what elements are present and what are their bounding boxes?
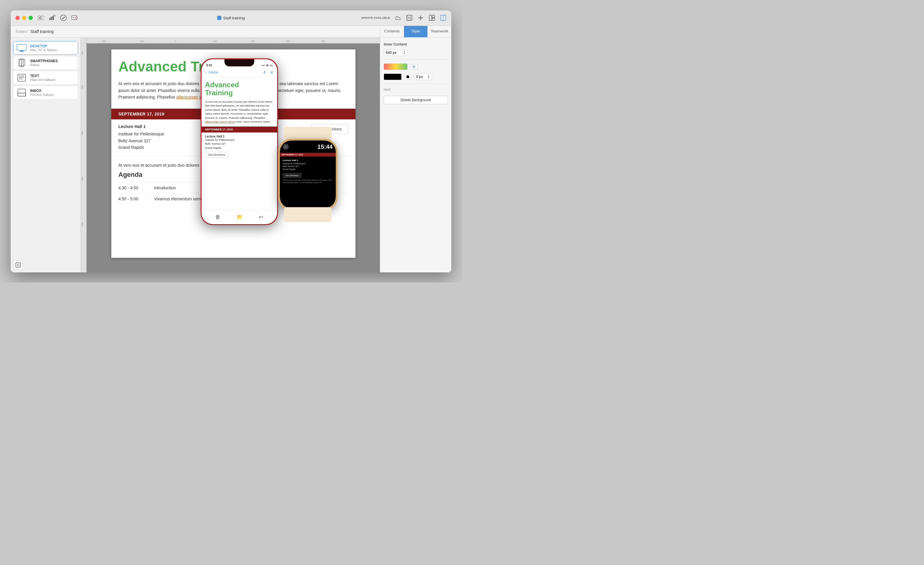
address-line1: Institute for Pellentesque bbox=[118, 131, 164, 137]
phone-bottom-bar: 🗑 📁 ↩ bbox=[201, 210, 277, 224]
ruler-mark-v: 200 bbox=[81, 85, 84, 89]
layout-icon[interactable] bbox=[429, 15, 435, 21]
svg-rect-25 bbox=[18, 59, 21, 66]
stats-icon[interactable] bbox=[49, 15, 56, 21]
desktop-icon bbox=[16, 44, 27, 52]
phone-event: Lecture Hall 1 Institute for Pellentesqu… bbox=[205, 132, 274, 160]
stepper-down-2[interactable]: ▼ bbox=[428, 77, 430, 79]
phone-nav-bar: ‹ Inbox ∧ ∨ bbox=[201, 67, 277, 77]
svg-rect-4 bbox=[53, 16, 54, 20]
tab-teamwork[interactable]: Teamwork bbox=[428, 26, 451, 37]
svg-rect-34 bbox=[16, 264, 20, 267]
gradient-swatch[interactable] bbox=[384, 63, 408, 70]
phone-up-icon[interactable]: ∧ bbox=[263, 69, 266, 75]
svg-rect-12 bbox=[408, 18, 411, 20]
color-input[interactable] bbox=[410, 64, 418, 69]
ruler-mark-v: 500 bbox=[81, 222, 84, 226]
tab-contents[interactable]: Contents bbox=[380, 26, 404, 37]
svg-rect-3 bbox=[51, 16, 52, 20]
watch-directions-button[interactable]: Get Directions bbox=[283, 173, 301, 178]
inbox-title: INBOX bbox=[30, 89, 54, 93]
sidebar-item-smartphones[interactable]: SMARTPHONES Retina bbox=[13, 56, 78, 70]
watch-venue: Lecture Hall 1 bbox=[283, 159, 333, 162]
phone-directions-button[interactable]: Get Directions bbox=[205, 152, 229, 158]
smartphones-text: SMARTPHONES Retina bbox=[30, 59, 58, 67]
svg-rect-2 bbox=[50, 18, 51, 20]
smartphones-subtitle: Retina bbox=[30, 63, 58, 67]
cloud-icon[interactable] bbox=[395, 15, 401, 21]
canvas-tool-icon[interactable] bbox=[14, 261, 22, 270]
color-input-2[interactable] bbox=[404, 74, 412, 79]
right-panel-content: Inner Content 640 px ▲ ▼ bbox=[380, 37, 451, 273]
delete-background-button[interactable]: Delete Background bbox=[384, 96, 448, 104]
add-icon[interactable] bbox=[417, 15, 424, 21]
compose-icon[interactable] bbox=[72, 15, 78, 21]
wifi-icon: ≋ bbox=[266, 64, 268, 67]
watch-frame: ‹ 15:44 SEPTEMBER 17, 2019 Lecture Hall … bbox=[278, 139, 338, 210]
check-icon[interactable] bbox=[60, 15, 67, 21]
watch-address-1: Institute for Pellentesque bbox=[283, 163, 306, 165]
text-title: TEXT bbox=[30, 74, 56, 78]
phone-nav-icons: ∧ ∨ bbox=[263, 69, 274, 75]
canvas-area: -200 -100 0 100 200 300 400 100 200 bbox=[81, 37, 380, 273]
minimize-button[interactable] bbox=[22, 16, 26, 20]
phone-reply-icon[interactable]: ↩ bbox=[259, 214, 263, 220]
watch-back-icon[interactable]: ‹ bbox=[283, 144, 289, 150]
inbox-subtitle: Preview Snippet bbox=[30, 93, 54, 96]
stepper-down[interactable]: ▼ bbox=[403, 53, 405, 55]
ruler-vertical: 100 200 300 400 500 bbox=[81, 43, 87, 273]
canvas-scroll[interactable]: Advanced Training At vero eos et accusam… bbox=[87, 43, 380, 273]
color-picker-icon bbox=[412, 65, 416, 69]
width-stepper[interactable]: ▲ ▼ bbox=[403, 50, 405, 55]
sidebar-item-inbox[interactable]: INBOX Preview Snippet bbox=[13, 86, 78, 99]
ruler-mark-v: 100 bbox=[81, 51, 84, 55]
phone-inbox-label[interactable]: Inbox bbox=[208, 70, 218, 74]
width-row: 640 px ▲ ▼ bbox=[384, 49, 448, 56]
watch-screen: ‹ 15:44 SEPTEMBER 17, 2019 Lecture Hall … bbox=[280, 141, 336, 208]
text-item-text: TEXT Plain text fallback bbox=[30, 74, 56, 82]
px-stepper[interactable]: ▲ ▼ bbox=[428, 74, 430, 79]
color-row-1 bbox=[384, 63, 448, 70]
phone-back-icon[interactable]: ‹ bbox=[205, 70, 206, 74]
phone-body-text: At vero eos et accusam et justo duo dolo… bbox=[205, 100, 274, 124]
venue: Lecture Hall 1 bbox=[118, 124, 164, 129]
phone-link[interactable]: ullamcorper ipsum rutrum bbox=[205, 120, 236, 123]
ruler-mark: -100 bbox=[140, 40, 144, 43]
subject-value[interactable]: Staff training bbox=[30, 29, 54, 34]
phone-status-icons: ▪▪▪ ≋ ▭ bbox=[262, 64, 272, 67]
svg-point-5 bbox=[54, 15, 56, 16]
phone-frame: 9:41 ▪▪▪ ≋ ▭ ‹ bbox=[201, 58, 278, 225]
send-icon[interactable] bbox=[38, 15, 44, 21]
window-title-text: Staff training bbox=[223, 16, 245, 20]
tab-style[interactable]: Style bbox=[404, 26, 428, 37]
phone-notch bbox=[225, 59, 254, 66]
agenda-time-2: 4:50 - 5:00 bbox=[118, 196, 154, 201]
svg-rect-32 bbox=[18, 93, 26, 96]
maximize-button[interactable] bbox=[28, 16, 33, 20]
app-window: Staff training UPDATE AVAILABLE bbox=[11, 10, 451, 273]
ruler-mark: 0 bbox=[175, 40, 176, 43]
width-input[interactable]: 640 px ▲ ▼ bbox=[384, 49, 408, 56]
watch-address: Institute for Pellentesque Boltz Avenue … bbox=[283, 162, 333, 171]
phone-trash-icon[interactable]: 🗑 bbox=[215, 214, 220, 220]
phone-address-2: Boltz Avenue 327 bbox=[205, 142, 274, 146]
columns-icon[interactable] bbox=[440, 15, 447, 21]
signal-icon: ▪▪▪ bbox=[262, 64, 265, 67]
close-button[interactable] bbox=[15, 16, 20, 20]
sidebar-item-desktop[interactable]: DESKTOP Mac, PC & Tablets bbox=[13, 41, 78, 55]
phone-down-icon[interactable]: ∨ bbox=[270, 69, 274, 75]
black-swatch[interactable] bbox=[384, 73, 402, 80]
sidebar-item-text[interactable]: TEXT Plain text fallback bbox=[13, 71, 78, 84]
watch-time: 15:44 bbox=[317, 144, 333, 150]
phone-venue: Lecture Hall 1 bbox=[205, 135, 274, 138]
lund-label: lund bbox=[384, 87, 448, 92]
watch-crown bbox=[336, 161, 338, 170]
svg-rect-20 bbox=[17, 44, 27, 50]
px-input[interactable]: 0 px ▲ ▼ bbox=[414, 73, 432, 80]
save-icon[interactable] bbox=[406, 15, 412, 21]
watch-address-3: Grand Rapids bbox=[283, 168, 296, 170]
battery-icon: ▭ bbox=[270, 64, 272, 67]
phone-folder-icon[interactable]: 📁 bbox=[236, 214, 243, 220]
desktop-title: DESKTOP bbox=[30, 44, 57, 48]
ruler-mark-v: 400 bbox=[81, 177, 84, 181]
